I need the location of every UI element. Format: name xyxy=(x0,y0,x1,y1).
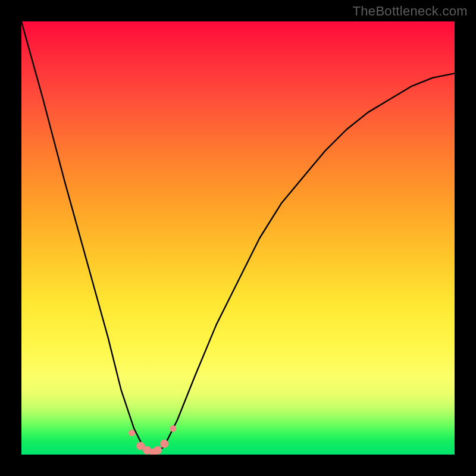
chart-frame: TheBottleneck.com xyxy=(0,0,476,476)
plot-gradient-background xyxy=(21,21,455,455)
watermark-label: TheBottleneck.com xyxy=(353,4,468,19)
